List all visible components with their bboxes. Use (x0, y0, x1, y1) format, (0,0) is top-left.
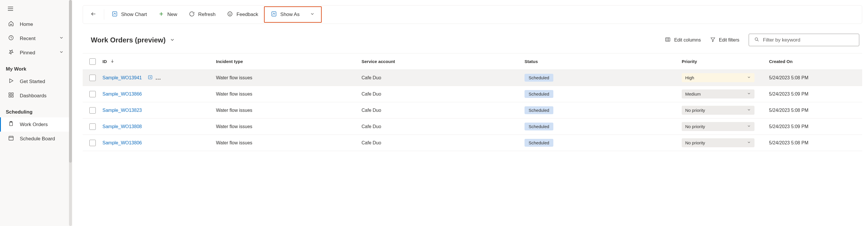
sidebar-scrolltrack[interactable] (69, 0, 72, 226)
pin-icon (8, 49, 14, 57)
chevron-down-icon (747, 108, 751, 113)
chevron-down-icon (59, 35, 64, 42)
plus-icon (159, 11, 164, 18)
svg-rect-11 (9, 136, 13, 140)
sidebar-item-get-started[interactable]: Get Started (0, 74, 72, 88)
table-row[interactable]: Sample_WO13941 … Water flow issues Cafe … (83, 70, 862, 86)
priority-select[interactable]: Medium (682, 89, 754, 99)
command-label: Show Chart (121, 12, 147, 17)
chevron-down-icon (310, 12, 315, 18)
cell-incident: Water flow issues (216, 75, 362, 80)
sidebar-item-recent[interactable]: Recent (0, 31, 72, 46)
cell-created: 5/24/2023 5:08 PM (769, 75, 862, 80)
status-badge: Scheduled (525, 106, 553, 114)
sidebar-label: Home (20, 22, 33, 27)
svg-rect-8 (12, 96, 13, 97)
row-checkbox[interactable] (89, 75, 96, 81)
row-checkbox[interactable] (89, 107, 96, 114)
priority-select[interactable]: No priority (682, 138, 754, 147)
column-label: Created On (769, 59, 793, 64)
priority-select[interactable]: No priority (682, 106, 754, 115)
sidebar-item-pinned[interactable]: Pinned (0, 46, 72, 60)
svg-rect-7 (9, 96, 11, 97)
show-as-button[interactable]: Show As (266, 8, 320, 21)
svg-rect-30 (149, 76, 152, 79)
priority-label: No priority (685, 140, 705, 145)
cell-incident: Water flow issues (216, 140, 362, 146)
open-record-icon[interactable] (148, 75, 153, 81)
column-header-priority[interactable]: Priority (682, 59, 769, 64)
sidebar-section-mywork: My Work (0, 60, 72, 74)
row-checkbox[interactable] (89, 91, 96, 97)
column-header-created[interactable]: Created On (769, 59, 862, 64)
sidebar-item-work-orders[interactable]: Work Orders (0, 117, 72, 131)
table-row[interactable]: Sample_WO13806 Water flow issues Cafe Du… (83, 135, 862, 151)
record-link[interactable]: Sample_WO13806 (102, 140, 142, 146)
sidebar-item-home[interactable]: Home (0, 17, 72, 31)
svg-rect-6 (12, 93, 13, 95)
select-all-checkbox[interactable] (89, 59, 96, 65)
command-label: New (167, 12, 177, 17)
view-title[interactable]: Work Orders (preview) (91, 36, 175, 44)
column-header-id[interactable]: ID (102, 59, 216, 64)
refresh-icon (189, 11, 195, 18)
priority-select[interactable]: No priority (682, 122, 754, 131)
filter-box[interactable] (749, 34, 859, 46)
new-button[interactable]: New (153, 8, 183, 21)
table-row[interactable]: Sample_WO13866 Water flow issues Cafe Du… (83, 86, 862, 102)
svg-point-19 (228, 12, 232, 16)
cell-created: 5/24/2023 5:08 PM (769, 108, 862, 113)
priority-select[interactable]: High (682, 73, 754, 82)
svg-marker-4 (10, 79, 13, 82)
chevron-down-icon (747, 75, 751, 80)
filter-input[interactable] (763, 37, 854, 43)
back-button[interactable] (85, 8, 101, 21)
row-checkbox[interactable] (89, 140, 96, 146)
svg-rect-23 (666, 38, 670, 41)
cell-service: Cafe Duo (362, 140, 525, 146)
table-row[interactable]: Sample_WO13808 Water flow issues Cafe Du… (83, 118, 862, 135)
cell-created: 5/24/2023 5:09 PM (769, 91, 862, 97)
filter-icon (710, 37, 715, 43)
clipboard-icon (8, 121, 14, 128)
clock-icon (8, 35, 14, 42)
record-link[interactable]: Sample_WO13823 (102, 108, 142, 113)
cell-incident: Water flow issues (216, 108, 362, 113)
refresh-button[interactable]: Refresh (184, 8, 221, 21)
feedback-button[interactable]: Feedback (222, 8, 264, 21)
column-label: Service account (362, 59, 395, 64)
record-link[interactable]: Sample_WO13808 (102, 124, 142, 129)
column-label: ID (102, 59, 107, 64)
show-chart-button[interactable]: Show Chart (106, 8, 152, 21)
cell-incident: Water flow issues (216, 124, 362, 129)
edit-columns-label: Edit columns (674, 37, 701, 43)
sidebar-scrollthumb[interactable] (69, 0, 72, 163)
row-checkbox[interactable] (89, 123, 96, 130)
view-header: Work Orders (preview) Edit columns Edit … (83, 24, 862, 53)
priority-label: High (685, 75, 694, 80)
svg-rect-16 (113, 12, 117, 16)
hamburger-icon[interactable] (7, 8, 14, 13)
edit-columns-button[interactable]: Edit columns (665, 37, 701, 44)
sidebar-item-dashboards[interactable]: Dashboards (0, 88, 72, 103)
more-icon[interactable]: … (155, 74, 161, 81)
status-badge: Scheduled (525, 139, 553, 147)
table-row[interactable]: Sample_WO13823 Water flow issues Cafe Du… (83, 102, 862, 118)
record-link[interactable]: Sample_WO13866 (102, 91, 142, 97)
record-link[interactable]: Sample_WO13941 (102, 75, 142, 80)
column-header-incident[interactable]: Incident type (216, 59, 362, 64)
column-header-service[interactable]: Service account (362, 59, 525, 64)
column-header-status[interactable]: Status (525, 59, 682, 64)
command-label: Feedback (236, 12, 258, 17)
search-icon (754, 37, 760, 43)
command-label: Show As (280, 12, 300, 17)
edit-filters-button[interactable]: Edit filters (710, 37, 739, 43)
sidebar-label: Dashboards (20, 93, 46, 99)
cell-service: Cafe Duo (362, 91, 525, 97)
calendar-icon (8, 135, 14, 142)
column-label: Status (525, 59, 538, 64)
status-badge: Scheduled (525, 74, 553, 82)
sidebar-label: Schedule Board (20, 136, 55, 142)
sidebar-item-schedule-board[interactable]: Schedule Board (0, 131, 72, 146)
sidebar: Home Recent Pinned My Work Get Started D… (0, 0, 72, 226)
